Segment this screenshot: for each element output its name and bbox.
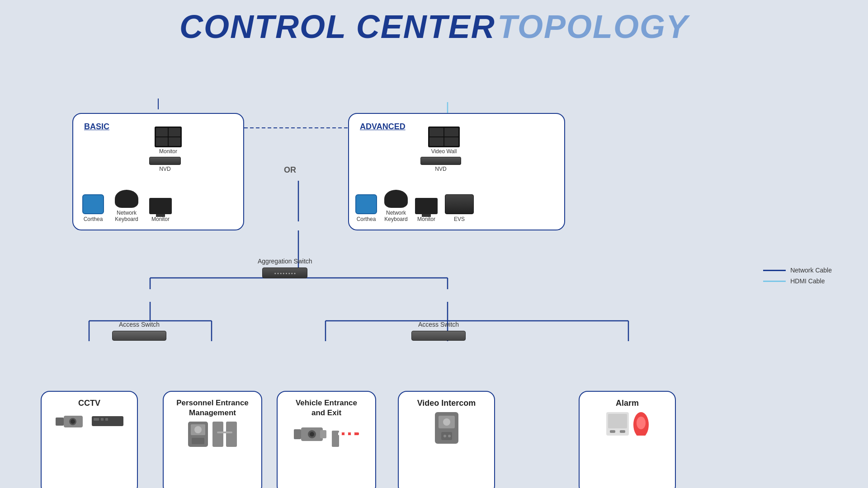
aggregation-switch-node: Aggregation Switch bbox=[258, 258, 312, 278]
advanced-keyboard-label: Network Keyboard bbox=[384, 210, 407, 222]
title-part1: CONTROL CENTER bbox=[179, 9, 495, 45]
advanced-video-wall-icon bbox=[428, 127, 460, 147]
basic-corthea-label: Corthea bbox=[84, 216, 103, 222]
aggregation-switch-label: Aggregation Switch bbox=[258, 258, 312, 265]
advanced-video-wall-label: Video Wall bbox=[431, 148, 457, 155]
camera-icon bbox=[56, 412, 87, 430]
or-label: OR bbox=[284, 165, 296, 175]
svg-point-47 bbox=[443, 435, 446, 437]
alarm-icons bbox=[606, 412, 649, 436]
basic-monitor-bottom-label: Monitor bbox=[151, 216, 170, 222]
right-access-switch-node: Access Switch bbox=[411, 321, 466, 341]
cctv-card: CCTV bbox=[41, 391, 138, 488]
basic-nvd-label: NVD bbox=[159, 166, 170, 172]
cctv-icons bbox=[56, 412, 123, 430]
basic-corthea-icon bbox=[82, 194, 104, 214]
svg-point-36 bbox=[310, 432, 314, 436]
vehicle-card: Vehicle Entrance and Exit bbox=[277, 391, 376, 488]
nvr-icon bbox=[92, 416, 123, 426]
legend-hdmi-cable: HDMI Cable bbox=[763, 277, 832, 285]
svg-point-55 bbox=[637, 417, 646, 429]
legend-network-cable: Network Cable bbox=[763, 267, 832, 274]
left-access-switch-icon bbox=[112, 331, 166, 341]
basic-keyboard-icon bbox=[115, 190, 138, 208]
svg-rect-29 bbox=[192, 438, 204, 444]
alarm-box-icon bbox=[606, 412, 629, 436]
legend: Network Cable HDMI Cable bbox=[763, 267, 832, 285]
svg-rect-51 bbox=[610, 430, 615, 433]
turnstile-icon bbox=[212, 422, 237, 447]
svg-point-45 bbox=[443, 418, 450, 426]
hdmi-cable-label: HDMI Cable bbox=[790, 277, 825, 285]
svg-point-28 bbox=[194, 426, 202, 433]
personnel-title: Personnel Entrance Management bbox=[176, 398, 249, 418]
svg-rect-30 bbox=[212, 422, 223, 447]
basic-monitor-quad-icon bbox=[155, 127, 182, 147]
main-container: OR BASIC Monitor NVD Corthea Network Key… bbox=[0, 50, 868, 488]
video-intercom-icons bbox=[435, 412, 458, 444]
vehicle-title: Vehicle Entrance and Exit bbox=[296, 398, 357, 418]
svg-rect-37 bbox=[320, 430, 326, 438]
hdmi-cable-line bbox=[763, 281, 786, 282]
alarm-title: Alarm bbox=[616, 398, 639, 408]
right-access-switch-icon bbox=[411, 331, 466, 341]
basic-nvd-icon bbox=[149, 157, 181, 165]
vehicle-icons bbox=[294, 422, 359, 447]
svg-rect-52 bbox=[620, 430, 625, 433]
advanced-nvd-icon bbox=[420, 157, 461, 165]
basic-monitor-top-label: Monitor bbox=[159, 148, 177, 155]
intercom-icon bbox=[435, 412, 458, 444]
svg-rect-33 bbox=[294, 429, 301, 439]
advanced-box: ADVANCED Video Wall NVD Corthea Network … bbox=[348, 113, 565, 230]
svg-rect-25 bbox=[105, 418, 108, 421]
alarm-card: Alarm bbox=[579, 391, 676, 488]
advanced-corthea-icon bbox=[355, 194, 377, 214]
page-title: CONTROL CENTER TOPOLOGY bbox=[0, 0, 868, 45]
svg-rect-23 bbox=[94, 418, 99, 421]
svg-rect-38 bbox=[332, 431, 339, 447]
barrier-gate-icon bbox=[332, 422, 359, 447]
svg-rect-50 bbox=[608, 414, 627, 428]
right-access-switch-label: Access Switch bbox=[418, 321, 459, 328]
svg-rect-40 bbox=[338, 432, 342, 435]
title-part2: TOPOLOGY bbox=[497, 9, 689, 45]
advanced-corthea-label: Corthea bbox=[357, 216, 376, 222]
aggregation-switch-icon bbox=[262, 267, 307, 278]
network-cable-label: Network Cable bbox=[790, 267, 832, 274]
svg-rect-32 bbox=[217, 432, 232, 433]
svg-rect-22 bbox=[92, 416, 123, 426]
video-intercom-title: Video Intercom bbox=[417, 398, 476, 408]
advanced-monitor-icon bbox=[415, 198, 438, 214]
video-intercom-card: Video Intercom bbox=[398, 391, 495, 488]
anpr-camera-icon bbox=[294, 426, 327, 443]
advanced-nvd-label: NVD bbox=[435, 166, 446, 172]
basic-box: BASIC Monitor NVD Corthea Network Keyboa… bbox=[72, 113, 244, 230]
cctv-title: CCTV bbox=[78, 398, 100, 408]
svg-rect-19 bbox=[56, 418, 64, 426]
personnel-icons bbox=[188, 422, 237, 447]
basic-monitor-bottom-icon bbox=[149, 198, 172, 214]
svg-point-48 bbox=[448, 435, 451, 437]
svg-point-21 bbox=[71, 419, 75, 424]
advanced-monitor-label: Monitor bbox=[417, 216, 435, 222]
network-cable-line bbox=[763, 270, 786, 271]
advanced-evs-label: EVS bbox=[454, 216, 465, 222]
alarm-light-icon bbox=[633, 412, 649, 436]
advanced-evs-icon bbox=[445, 194, 474, 214]
svg-rect-41 bbox=[344, 432, 348, 435]
left-access-switch-label: Access Switch bbox=[119, 321, 160, 328]
svg-rect-24 bbox=[101, 418, 104, 421]
left-access-switch-node: Access Switch bbox=[112, 321, 166, 341]
svg-rect-42 bbox=[351, 432, 354, 435]
face-terminal-icon bbox=[188, 422, 208, 447]
personnel-card: Personnel Entrance Management bbox=[163, 391, 262, 488]
svg-rect-31 bbox=[226, 422, 237, 447]
basic-keyboard-label: Network Keyboard bbox=[115, 210, 138, 222]
advanced-keyboard-icon bbox=[384, 190, 408, 208]
